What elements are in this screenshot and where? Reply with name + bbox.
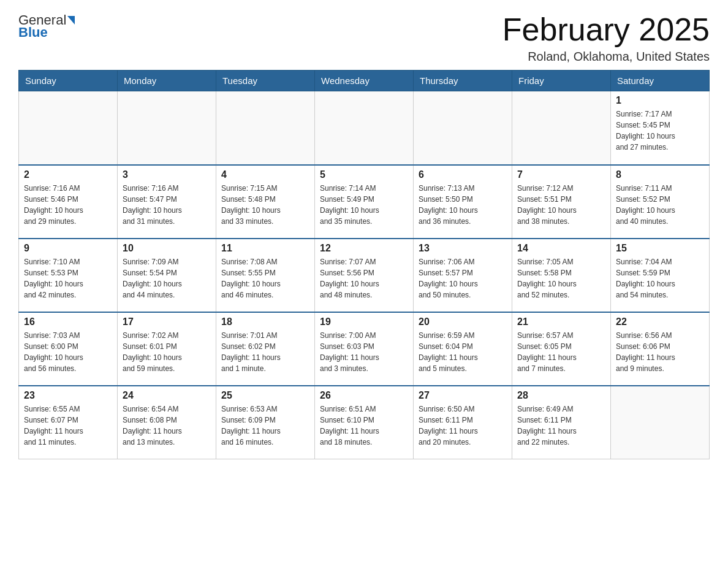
day-info: Sunrise: 7:10 AMSunset: 5:53 PMDaylight:…	[24, 256, 112, 301]
column-header-wednesday: Wednesday	[315, 71, 414, 91]
column-header-monday: Monday	[118, 71, 216, 91]
day-number: 22	[616, 316, 704, 327]
day-number: 20	[419, 316, 507, 327]
day-number: 28	[517, 390, 605, 401]
day-info: Sunrise: 7:17 AMSunset: 5:45 PMDaylight:…	[616, 109, 704, 153]
column-header-sunday: Sunday	[19, 71, 118, 91]
calendar-day-cell: 8Sunrise: 7:11 AMSunset: 5:52 PMDaylight…	[611, 165, 710, 239]
calendar-day-cell: 1Sunrise: 7:17 AMSunset: 5:45 PMDaylight…	[611, 91, 710, 165]
day-number: 17	[123, 316, 211, 327]
day-info: Sunrise: 7:15 AMSunset: 5:48 PMDaylight:…	[221, 183, 309, 227]
day-number: 1	[616, 95, 704, 106]
calendar-day-cell: 14Sunrise: 7:05 AMSunset: 5:58 PMDayligh…	[512, 239, 611, 312]
day-number: 5	[320, 169, 408, 180]
day-info: Sunrise: 7:07 AMSunset: 5:56 PMDaylight:…	[320, 256, 408, 301]
calendar-day-cell: 28Sunrise: 6:49 AMSunset: 6:11 PMDayligh…	[512, 386, 611, 459]
day-info: Sunrise: 7:00 AMSunset: 6:03 PMDaylight:…	[320, 330, 408, 374]
day-info: Sunrise: 6:56 AMSunset: 6:06 PMDaylight:…	[616, 330, 704, 374]
day-number: 16	[24, 316, 112, 327]
calendar-header-row: SundayMondayTuesdayWednesdayThursdayFrid…	[19, 71, 710, 91]
calendar-day-cell: 11Sunrise: 7:08 AMSunset: 5:55 PMDayligh…	[216, 239, 315, 312]
calendar-day-cell	[512, 91, 611, 165]
day-info: Sunrise: 7:11 AMSunset: 5:52 PMDaylight:…	[616, 183, 704, 227]
day-number: 24	[123, 390, 211, 401]
calendar-day-cell: 5Sunrise: 7:14 AMSunset: 5:49 PMDaylight…	[315, 165, 414, 239]
calendar-week-row: 9Sunrise: 7:10 AMSunset: 5:53 PMDaylight…	[19, 239, 710, 312]
day-number: 13	[419, 243, 507, 254]
day-info: Sunrise: 7:01 AMSunset: 6:02 PMDaylight:…	[221, 330, 309, 374]
calendar-day-cell: 7Sunrise: 7:12 AMSunset: 5:51 PMDaylight…	[512, 165, 611, 239]
column-header-saturday: Saturday	[611, 71, 710, 91]
calendar-week-row: 1Sunrise: 7:17 AMSunset: 5:45 PMDaylight…	[19, 91, 710, 165]
day-number: 4	[221, 169, 309, 180]
day-info: Sunrise: 7:09 AMSunset: 5:54 PMDaylight:…	[123, 256, 211, 301]
column-header-tuesday: Tuesday	[216, 71, 315, 91]
calendar-day-cell	[611, 386, 710, 459]
month-title: February 2025	[502, 12, 710, 47]
calendar-table: SundayMondayTuesdayWednesdayThursdayFrid…	[18, 70, 710, 459]
day-number: 3	[123, 169, 211, 180]
day-info: Sunrise: 6:59 AMSunset: 6:04 PMDaylight:…	[419, 330, 507, 374]
day-number: 6	[419, 169, 507, 180]
calendar-day-cell: 17Sunrise: 7:02 AMSunset: 6:01 PMDayligh…	[118, 312, 216, 386]
calendar-day-cell	[19, 91, 118, 165]
day-number: 25	[221, 390, 309, 401]
calendar-day-cell: 23Sunrise: 6:55 AMSunset: 6:07 PMDayligh…	[19, 386, 118, 459]
day-number: 19	[320, 316, 408, 327]
calendar-day-cell: 13Sunrise: 7:06 AMSunset: 5:57 PMDayligh…	[414, 239, 512, 312]
calendar-day-cell: 18Sunrise: 7:01 AMSunset: 6:02 PMDayligh…	[216, 312, 315, 386]
calendar-day-cell	[315, 91, 414, 165]
calendar-day-cell: 20Sunrise: 6:59 AMSunset: 6:04 PMDayligh…	[414, 312, 512, 386]
day-number: 18	[221, 316, 309, 327]
calendar-week-row: 16Sunrise: 7:03 AMSunset: 6:00 PMDayligh…	[19, 312, 710, 386]
logo-blue-text: Blue	[18, 25, 48, 40]
calendar-day-cell: 4Sunrise: 7:15 AMSunset: 5:48 PMDaylight…	[216, 165, 315, 239]
day-number: 8	[616, 169, 704, 180]
calendar-day-cell: 3Sunrise: 7:16 AMSunset: 5:47 PMDaylight…	[118, 165, 216, 239]
column-header-thursday: Thursday	[414, 71, 512, 91]
calendar-day-cell: 2Sunrise: 7:16 AMSunset: 5:46 PMDaylight…	[19, 165, 118, 239]
day-info: Sunrise: 6:55 AMSunset: 6:07 PMDaylight:…	[24, 404, 112, 448]
day-info: Sunrise: 7:13 AMSunset: 5:50 PMDaylight:…	[419, 183, 507, 227]
title-section: February 2025 Roland, Oklahoma, United S…	[502, 12, 710, 64]
day-number: 7	[517, 169, 605, 180]
logo: General Blue	[18, 12, 76, 40]
day-info: Sunrise: 6:51 AMSunset: 6:10 PMDaylight:…	[320, 404, 408, 448]
day-number: 27	[419, 390, 507, 401]
calendar-day-cell: 12Sunrise: 7:07 AMSunset: 5:56 PMDayligh…	[315, 239, 414, 312]
day-number: 15	[616, 243, 704, 254]
day-number: 12	[320, 243, 408, 254]
logo-arrow-icon	[67, 16, 75, 25]
day-info: Sunrise: 6:57 AMSunset: 6:05 PMDaylight:…	[517, 330, 605, 374]
calendar-week-row: 23Sunrise: 6:55 AMSunset: 6:07 PMDayligh…	[19, 386, 710, 459]
calendar-day-cell: 27Sunrise: 6:50 AMSunset: 6:11 PMDayligh…	[414, 386, 512, 459]
calendar-day-cell: 22Sunrise: 6:56 AMSunset: 6:06 PMDayligh…	[611, 312, 710, 386]
day-info: Sunrise: 6:49 AMSunset: 6:11 PMDaylight:…	[517, 404, 605, 448]
calendar-day-cell	[216, 91, 315, 165]
day-info: Sunrise: 6:53 AMSunset: 6:09 PMDaylight:…	[221, 404, 309, 448]
day-number: 11	[221, 243, 309, 254]
column-header-friday: Friday	[512, 71, 611, 91]
calendar-day-cell: 10Sunrise: 7:09 AMSunset: 5:54 PMDayligh…	[118, 239, 216, 312]
day-info: Sunrise: 7:14 AMSunset: 5:49 PMDaylight:…	[320, 183, 408, 227]
calendar-week-row: 2Sunrise: 7:16 AMSunset: 5:46 PMDaylight…	[19, 165, 710, 239]
day-info: Sunrise: 7:08 AMSunset: 5:55 PMDaylight:…	[221, 256, 309, 301]
day-info: Sunrise: 6:50 AMSunset: 6:11 PMDaylight:…	[419, 404, 507, 448]
calendar-day-cell: 21Sunrise: 6:57 AMSunset: 6:05 PMDayligh…	[512, 312, 611, 386]
calendar-day-cell: 25Sunrise: 6:53 AMSunset: 6:09 PMDayligh…	[216, 386, 315, 459]
calendar-day-cell: 16Sunrise: 7:03 AMSunset: 6:00 PMDayligh…	[19, 312, 118, 386]
calendar-day-cell: 26Sunrise: 6:51 AMSunset: 6:10 PMDayligh…	[315, 386, 414, 459]
day-number: 9	[24, 243, 112, 254]
calendar-day-cell	[118, 91, 216, 165]
day-info: Sunrise: 7:02 AMSunset: 6:01 PMDaylight:…	[123, 330, 211, 374]
calendar-day-cell: 9Sunrise: 7:10 AMSunset: 5:53 PMDaylight…	[19, 239, 118, 312]
day-number: 14	[517, 243, 605, 254]
day-number: 21	[517, 316, 605, 327]
day-info: Sunrise: 7:05 AMSunset: 5:58 PMDaylight:…	[517, 256, 605, 301]
day-number: 26	[320, 390, 408, 401]
day-info: Sunrise: 7:06 AMSunset: 5:57 PMDaylight:…	[419, 256, 507, 301]
day-info: Sunrise: 7:03 AMSunset: 6:00 PMDaylight:…	[24, 330, 112, 374]
day-info: Sunrise: 7:12 AMSunset: 5:51 PMDaylight:…	[517, 183, 605, 227]
calendar-day-cell: 6Sunrise: 7:13 AMSunset: 5:50 PMDaylight…	[414, 165, 512, 239]
day-info: Sunrise: 7:16 AMSunset: 5:47 PMDaylight:…	[123, 183, 211, 227]
